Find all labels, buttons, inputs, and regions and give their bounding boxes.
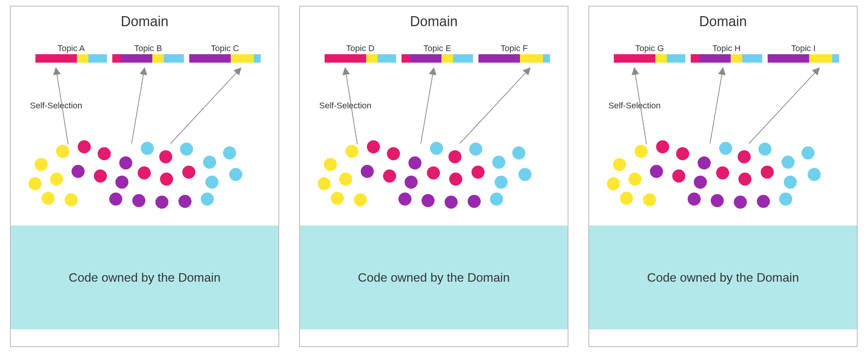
person-dot (115, 176, 128, 189)
person-dot (698, 156, 711, 169)
bar-segment (325, 54, 366, 63)
person-dot (445, 196, 458, 209)
code-band-label: Code owned by the Domain (358, 271, 510, 285)
topic-bar (35, 54, 107, 63)
bar-segment (742, 54, 762, 63)
person-dot (738, 150, 751, 163)
topic: Topic I (768, 43, 839, 63)
self-selection-label: Self-Selection (319, 101, 372, 111)
person-dot (94, 169, 107, 183)
person-dot (427, 166, 440, 179)
person-dot (229, 168, 242, 181)
person-dot (512, 146, 525, 159)
person-dot (56, 145, 69, 158)
bar-segment (441, 54, 453, 63)
person-dot (160, 173, 173, 186)
code-band: Code owned by the Domain (300, 226, 568, 329)
person-dot (469, 143, 482, 156)
bar-segment (667, 54, 685, 63)
bar-segment (478, 54, 520, 63)
code-band: Code owned by the Domain (11, 226, 278, 329)
topic-label: Topic C (189, 43, 261, 54)
topic: Topic G (614, 43, 685, 63)
topic-label: Topic H (691, 43, 762, 54)
bar-segment (614, 54, 655, 63)
person-dot (643, 193, 656, 206)
person-dot (383, 169, 396, 183)
person-dot (492, 156, 505, 169)
person-dot (324, 158, 337, 171)
bar-segment (378, 54, 396, 63)
bar-segment (164, 54, 184, 63)
bar-segment (809, 54, 832, 63)
bar-segment (832, 54, 839, 63)
topic: Topic F (478, 43, 550, 63)
person-dot (50, 173, 63, 186)
person-dot (471, 166, 485, 179)
bar-segment (410, 54, 441, 63)
person-dot (65, 193, 78, 206)
arrow-icon (460, 68, 530, 144)
domain-title: Domain (300, 13, 568, 30)
person-dot (387, 147, 400, 160)
topic-bar (325, 54, 396, 63)
topic-label: Topic F (478, 43, 550, 54)
code-band-label: Code owned by the Domain (69, 271, 221, 285)
person-dot (109, 193, 122, 206)
person-dot (757, 195, 770, 208)
person-dot (35, 158, 48, 171)
bar-segment (402, 54, 410, 63)
person-dot (628, 173, 641, 186)
bar-segment (189, 54, 231, 63)
topic: Topic B (112, 43, 184, 63)
person-dot (203, 156, 216, 169)
topic-label: Topic B (112, 43, 184, 54)
bar-segment (121, 54, 152, 63)
topic-label: Topic D (325, 43, 396, 54)
topic-row: Topic GTopic HTopic I (589, 43, 857, 66)
self-selection-label: Self-Selection (608, 101, 661, 111)
person-dot (672, 169, 685, 183)
person-dot (345, 145, 358, 158)
person-dot (180, 143, 193, 156)
topic-bar (112, 54, 184, 63)
topic-label: Topic A (35, 43, 107, 54)
person-dot (138, 166, 151, 179)
person-dot (98, 147, 111, 160)
topic-bar (189, 54, 261, 63)
person-dot (182, 166, 195, 179)
topic: Topic A (35, 43, 107, 63)
person-dot (656, 140, 669, 153)
topic-bar (691, 54, 762, 63)
person-dot (495, 176, 508, 189)
person-dot (331, 192, 344, 205)
person-dot (694, 176, 707, 189)
person-dot (367, 140, 380, 153)
domain-panel: DomainTopic GTopic HTopic ISelf-Selectio… (588, 6, 858, 347)
person-dot (801, 146, 815, 159)
person-dot (607, 177, 620, 190)
person-dot (719, 142, 732, 155)
person-dot (784, 176, 797, 189)
topic-label: Topic G (614, 43, 685, 54)
person-dot (808, 168, 821, 181)
person-dot (78, 140, 91, 153)
person-dot (28, 177, 42, 190)
domain-title: Domain (11, 13, 278, 30)
person-dot (159, 150, 172, 163)
bar-segment (453, 54, 473, 63)
bar-segment (731, 54, 742, 63)
topic-row: Topic ATopic BTopic C (11, 43, 278, 66)
topic-row: Topic DTopic ETopic F (300, 43, 568, 66)
topic-bar (478, 54, 550, 63)
domain-title: Domain (589, 13, 857, 30)
code-band: Code owned by the Domain (589, 226, 857, 329)
bar-segment (254, 54, 261, 63)
bar-segment (88, 54, 107, 63)
person-dot (518, 168, 531, 181)
bar-segment (35, 54, 77, 63)
person-dot (758, 143, 771, 156)
person-dot (738, 173, 751, 186)
topic: Topic C (189, 43, 261, 63)
topic-bar (768, 54, 839, 63)
